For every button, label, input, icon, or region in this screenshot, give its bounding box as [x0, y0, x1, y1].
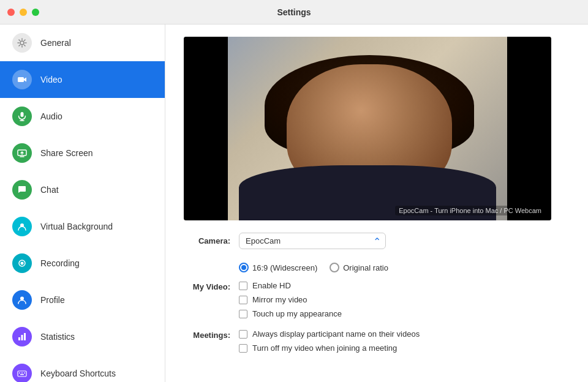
sidebar-label-recording: Recording [40, 258, 80, 268]
meetings-controls: Always display participant name on their… [239, 329, 420, 358]
sidebar-label-video: Video [40, 75, 62, 84]
svg-rect-1 [18, 77, 24, 82]
sidebar-item-profile[interactable]: Profile [0, 282, 165, 318]
sidebar: General Video Audio [0, 24, 165, 382]
ratio-options: 16:9 (Widescreen) Original ratio [239, 263, 388, 272]
sidebar-label-chat: Chat [40, 185, 59, 195]
audio-icon [12, 107, 32, 126]
checkbox-touch-up[interactable]: Touch up my appearance [239, 309, 342, 318]
sidebar-item-statistics[interactable]: Statistics [0, 318, 165, 355]
svg-rect-17 [24, 373, 25, 374]
checkbox-box-hd [239, 282, 247, 290]
checkbox-label-touchup: Touch up my appearance [252, 309, 342, 318]
checkbox-mirror-video[interactable]: Mirror my video [239, 295, 342, 304]
close-button[interactable] [7, 9, 15, 16]
sidebar-label-statistics: Statistics [40, 332, 75, 342]
main-content: General Video Audio [0, 24, 588, 382]
video-preview: EpocCam - Turn iPhone into Mac / PC Webc… [184, 37, 551, 220]
svg-rect-14 [18, 371, 26, 376]
window-controls [7, 9, 39, 16]
svg-rect-11 [18, 337, 20, 340]
video-watermark: EpocCam - Turn iPhone into Mac / PC Webc… [395, 206, 545, 215]
my-video-row: My Video: Enable HD Mirror my video Touc… [184, 281, 570, 323]
sidebar-item-keyboard-shortcuts[interactable]: Keyboard Shortcuts [0, 355, 165, 382]
sidebar-label-profile: Profile [40, 295, 65, 305]
checkbox-box-display-name [239, 330, 247, 339]
svg-rect-13 [24, 333, 26, 340]
my-video-controls: Enable HD Mirror my video Touch up my ap… [239, 281, 342, 323]
statistics-icon [12, 327, 32, 346]
sidebar-item-virtual-background[interactable]: Virtual Background [0, 208, 165, 245]
sidebar-item-share-screen[interactable]: Share Screen [0, 135, 165, 171]
checkbox-enable-hd[interactable]: Enable HD [239, 281, 342, 290]
chat-icon [12, 180, 32, 200]
checkbox-box-touchup [239, 310, 247, 318]
black-bar-right [507, 37, 551, 220]
profile-icon [12, 290, 32, 310]
sidebar-label-virtual-background: Virtual Background [40, 222, 113, 231]
svg-rect-16 [21, 373, 23, 374]
radio-dot-original [330, 263, 339, 272]
checkbox-label-hd: Enable HD [252, 281, 291, 290]
checkbox-box-mirror [239, 296, 247, 304]
sidebar-item-audio[interactable]: Audio [0, 98, 165, 135]
keyboard-shortcuts-icon [12, 364, 32, 382]
camera-controls: EpocCam ⌃ [239, 233, 386, 249]
black-bar-left [184, 37, 228, 220]
share-screen-icon [12, 143, 32, 163]
radio-dot-widescreen [239, 263, 249, 272]
checkbox-label-mirror: Mirror my video [252, 295, 307, 304]
content-area: EpocCam - Turn iPhone into Mac / PC Webc… [165, 24, 588, 382]
camera-select-wrapper[interactable]: EpocCam ⌃ [239, 233, 386, 249]
radio-label-widescreen: 16:9 (Widescreen) [252, 263, 317, 272]
radio-widescreen[interactable]: 16:9 (Widescreen) [239, 263, 317, 272]
svg-rect-15 [19, 373, 20, 374]
camera-label: Camera: [184, 236, 239, 245]
sidebar-label-audio: Audio [40, 111, 62, 121]
minimize-button[interactable] [20, 9, 27, 16]
checkbox-label-turnoff: Turn off my video when joining a meeting [252, 343, 397, 353]
recording-icon [12, 253, 32, 273]
sidebar-item-general[interactable]: General [0, 24, 165, 61]
video-icon [12, 70, 32, 89]
svg-rect-2 [21, 112, 24, 117]
checkbox-turn-off-video[interactable]: Turn off my video when joining a meeting [239, 343, 420, 353]
checkbox-display-name[interactable]: Always display participant name on their… [239, 329, 420, 339]
video-bg [184, 37, 551, 220]
virtual-background-icon [12, 217, 32, 236]
svg-point-10 [20, 297, 24, 301]
sidebar-label-general: General [40, 38, 71, 48]
radio-label-original: Original ratio [343, 263, 388, 272]
sidebar-label-share-screen: Share Screen [40, 148, 93, 158]
svg-point-9 [21, 262, 24, 265]
window-title: Settings [277, 7, 311, 17]
general-icon [12, 33, 32, 53]
sidebar-item-video[interactable]: Video [0, 61, 165, 98]
checkbox-box-turnoff [239, 344, 247, 353]
sidebar-item-recording[interactable]: Recording [0, 245, 165, 282]
meetings-row: Meetings: Always display participant nam… [184, 329, 570, 358]
radio-original[interactable]: Original ratio [330, 263, 388, 272]
maximize-button[interactable] [32, 9, 39, 16]
my-video-label: My Video: [184, 281, 239, 291]
svg-rect-12 [21, 335, 23, 340]
sidebar-item-chat[interactable]: Chat [0, 171, 165, 208]
ratio-row: 16:9 (Widescreen) Original ratio [184, 258, 570, 272]
svg-rect-18 [20, 374, 24, 375]
checkbox-label-display-name: Always display participant name on their… [252, 329, 420, 339]
sidebar-label-keyboard-shortcuts: Keyboard Shortcuts [40, 369, 116, 378]
camera-select[interactable]: EpocCam [239, 233, 386, 249]
meetings-label: Meetings: [184, 329, 239, 340]
camera-row: Camera: EpocCam ⌃ [184, 233, 570, 249]
title-bar: Settings [0, 0, 588, 24]
svg-point-0 [20, 41, 24, 45]
